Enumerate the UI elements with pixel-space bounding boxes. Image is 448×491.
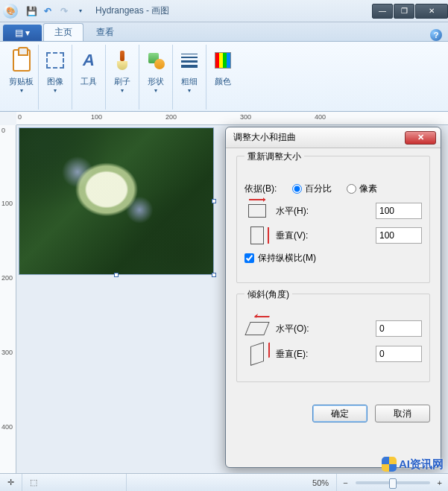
group-image[interactable]: 图像 ▾ xyxy=(39,45,72,110)
chevron-down-icon: ▾ xyxy=(54,87,57,94)
cursor-pos-cell: ✛ xyxy=(0,474,22,491)
resize-legend: 重新调整大小 xyxy=(244,151,304,163)
shapes-icon xyxy=(147,51,165,69)
resize-vertical-icon xyxy=(250,227,264,244)
app-icon: 🎨 xyxy=(3,4,18,19)
help-icon[interactable]: ? xyxy=(430,29,442,41)
resize-fieldset: 重新调整大小 依据(B): 百分比 像素 水平(H): 垂直(V): 保持纵横比… xyxy=(236,156,430,283)
resize-horizontal-icon xyxy=(248,204,266,218)
dialog-titlebar[interactable]: 调整大小和扭曲 ✕ xyxy=(226,127,441,148)
window-buttons: — ❐ ✕ xyxy=(371,4,448,19)
tab-home[interactable]: 主页 xyxy=(43,23,83,41)
ok-button[interactable]: 确定 xyxy=(312,405,367,422)
statusbar: ✛ ⬚ 50% − + xyxy=(0,473,448,491)
colors-icon xyxy=(215,52,231,69)
select-icon xyxy=(46,52,64,69)
dialog-title: 调整大小和扭曲 xyxy=(233,131,296,144)
group-tools[interactable]: A 工具 xyxy=(72,45,106,110)
zoom-out-button[interactable]: − xyxy=(343,478,347,487)
skew-fieldset: 倾斜(角度) 水平(O): 垂直(E): xyxy=(236,294,430,382)
resize-v-input[interactable] xyxy=(376,227,422,244)
skew-h-label: 水平(O): xyxy=(276,323,370,335)
resize-handle-se[interactable] xyxy=(212,273,216,277)
resize-handle-s[interactable] xyxy=(114,273,119,277)
titlebar: 🎨 💾 ↶ ↷ ▾ Hydrangeas - 画图 — ❐ ✕ xyxy=(0,0,448,22)
resize-skew-dialog: 调整大小和扭曲 ✕ 重新调整大小 依据(B): 百分比 像素 水平(H): 垂直… xyxy=(225,127,441,468)
chevron-down-icon: ▾ xyxy=(188,87,191,94)
skew-v-label: 垂直(E): xyxy=(276,348,370,361)
skew-h-input[interactable] xyxy=(376,320,422,337)
text-tool-icon: A xyxy=(83,51,95,70)
stroke-label: 粗细 xyxy=(181,76,198,87)
keep-ratio-checkbox[interactable]: 保持纵横比(M) xyxy=(244,252,316,264)
zoom-in-button[interactable]: + xyxy=(438,478,442,487)
by-label: 依据(B): xyxy=(244,183,288,195)
qat-dropdown-icon[interactable]: ▾ xyxy=(73,4,88,19)
resize-handle-e[interactable] xyxy=(212,199,216,203)
group-brushes[interactable]: 刷子 ▾ xyxy=(106,45,139,110)
zoom-controls: − + xyxy=(337,474,448,491)
resize-v-label: 垂直(V): xyxy=(276,229,370,242)
undo-icon[interactable]: ↶ xyxy=(40,4,55,19)
maximize-button[interactable]: ❐ xyxy=(394,4,414,19)
radio-pixels[interactable]: 像素 xyxy=(347,183,377,195)
skew-vertical-icon xyxy=(250,342,264,366)
chevron-down-icon: ▾ xyxy=(20,87,23,94)
group-stroke[interactable]: 粗细 ▾ xyxy=(173,45,206,110)
image-label: 图像 xyxy=(47,76,63,87)
group-colors[interactable]: 颜色 xyxy=(206,45,239,110)
chevron-down-icon: ▾ xyxy=(121,87,124,94)
minimize-button[interactable]: — xyxy=(372,4,393,19)
group-shapes[interactable]: 形状 ▾ xyxy=(139,45,173,110)
zoom-slider[interactable] xyxy=(356,481,430,484)
clipboard-label: 剪贴板 xyxy=(9,76,34,87)
cursor-icon: ✛ xyxy=(7,478,14,487)
shapes-label: 形状 xyxy=(148,76,164,87)
resize-h-label: 水平(H): xyxy=(276,205,370,218)
ruler-vertical: 0 100 200 300 400 xyxy=(0,125,16,473)
canvas[interactable] xyxy=(19,128,213,274)
skew-legend: 倾斜(角度) xyxy=(244,288,292,301)
redo-icon[interactable]: ↷ xyxy=(57,4,72,19)
selection-icon: ⬚ xyxy=(30,478,37,487)
chevron-down-icon: ▾ xyxy=(154,87,157,94)
skew-v-input[interactable] xyxy=(376,346,422,362)
dialog-close-button[interactable]: ✕ xyxy=(405,131,436,145)
window-title: Hydrangeas - 画图 xyxy=(95,4,169,17)
stroke-icon xyxy=(181,54,198,68)
brushes-label: 刷子 xyxy=(114,76,130,87)
ribbon: 剪贴板 ▾ 图像 ▾ A 工具 刷子 ▾ 形状 ▾ 粗细 ▾ 颜色 xyxy=(0,42,448,112)
skew-horizontal-icon xyxy=(244,322,269,335)
cancel-button[interactable]: 取消 xyxy=(375,405,430,422)
file-tab[interactable]: ▤ ▾ xyxy=(3,25,42,41)
ribbon-tabs: ▤ ▾ 主页 查看 ? xyxy=(0,22,448,42)
clipboard-icon xyxy=(13,49,31,72)
tab-view[interactable]: 查看 xyxy=(85,23,125,41)
tools-label: 工具 xyxy=(81,76,97,87)
save-icon[interactable]: 💾 xyxy=(24,4,39,19)
group-clipboard[interactable]: 剪贴板 ▾ xyxy=(4,45,39,110)
colors-label: 颜色 xyxy=(215,76,231,87)
quick-access-toolbar: 💾 ↶ ↷ ▾ xyxy=(24,4,88,19)
radio-percent-input[interactable] xyxy=(292,184,302,194)
selection-size-cell: ⬚ xyxy=(22,474,127,491)
radio-percent[interactable]: 百分比 xyxy=(292,183,332,195)
resize-h-input[interactable] xyxy=(376,203,422,219)
brush-icon xyxy=(114,51,130,70)
close-button[interactable]: ✕ xyxy=(415,4,448,19)
zoom-percent: 50% xyxy=(305,474,337,491)
radio-pixels-input[interactable] xyxy=(347,184,356,194)
ruler-horizontal: 0 100 200 300 400 xyxy=(16,112,448,125)
keep-ratio-input[interactable] xyxy=(244,253,254,263)
image-content xyxy=(19,128,213,274)
